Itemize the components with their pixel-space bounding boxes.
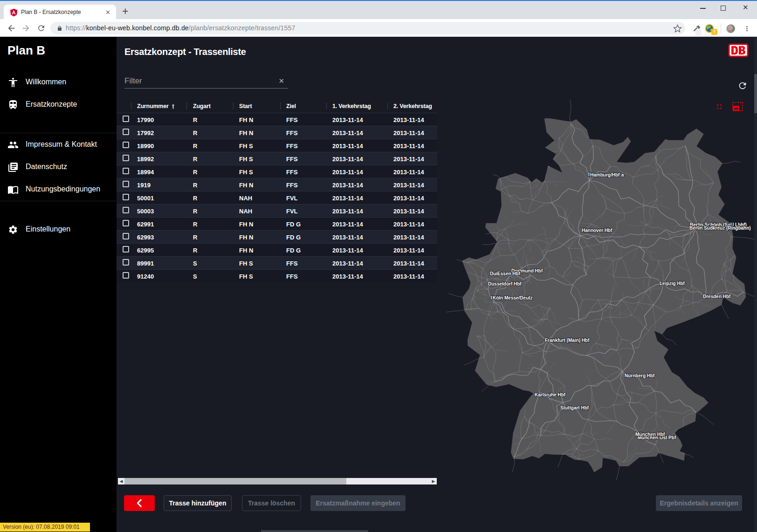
svg-text:Stuttgart Hbf: Stuttgart Hbf xyxy=(560,405,589,410)
svg-text:Hannover Hbf: Hannover Hbf xyxy=(582,228,612,233)
svg-text:Berlin Südkreuz (Ringbahn): Berlin Südkreuz (Ringbahn) xyxy=(689,225,751,231)
svg-text:l: l xyxy=(491,295,492,300)
svg-text:Karlsruhe Hbf: Karlsruhe Hbf xyxy=(535,392,566,397)
svg-text:Frankfurt (Main) Hbf: Frankfurt (Main) Hbf xyxy=(545,338,590,343)
svg-text:Hamburg/Hbf:a: Hamburg/Hbf:a xyxy=(590,172,624,177)
svg-text:Dresden Hbf: Dresden Hbf xyxy=(703,294,731,299)
svg-text:Leipzig Hbf: Leipzig Hbf xyxy=(660,281,685,286)
svg-text:Düsseldorf Hbf: Düsseldorf Hbf xyxy=(488,281,522,286)
svg-text:Köln Messe/Deutz: Köln Messe/Deutz xyxy=(493,295,533,300)
svg-text:l: l xyxy=(588,172,590,177)
svg-text:München Hbf: München Hbf xyxy=(635,432,665,437)
svg-text:Nürnberg Hbf: Nürnberg Hbf xyxy=(625,373,655,378)
svg-text:DuiEssen Hbf: DuiEssen Hbf xyxy=(490,271,521,276)
